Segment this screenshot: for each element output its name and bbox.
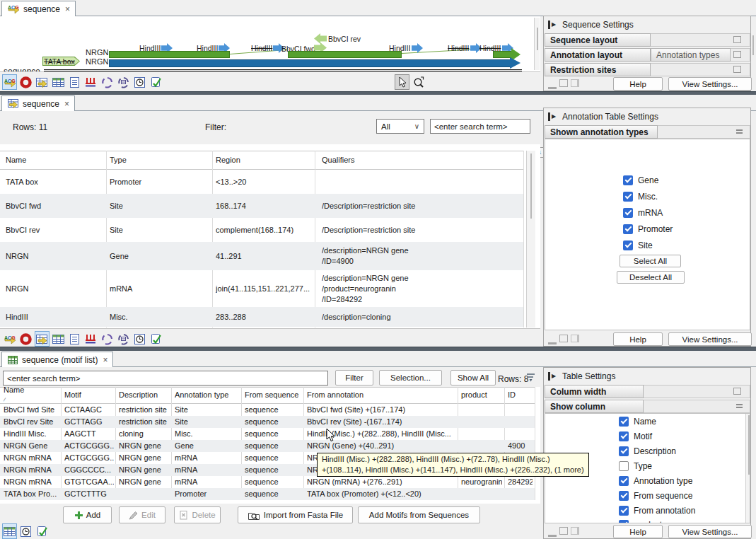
column-header-from-annotation[interactable]: From annotation — [307, 387, 457, 403]
section-annotation-types[interactable]: Annotation types — [651, 48, 731, 62]
select-all-button[interactable]: Select All — [620, 255, 681, 267]
history-view-icon[interactable] — [132, 74, 147, 90]
column-header-product[interactable]: product — [461, 387, 502, 403]
show-all-button[interactable]: Show All — [450, 370, 496, 386]
column-header-annotation-type[interactable]: Annotation type — [175, 387, 240, 403]
mrna-segment[interactable] — [109, 51, 230, 58]
column-header-description[interactable]: Description — [119, 387, 170, 403]
checkbox-misc[interactable]: Misc. — [623, 192, 658, 202]
checkbox-gene[interactable]: Gene — [623, 175, 658, 185]
mrna-segment[interactable] — [288, 51, 402, 58]
annotation-settings-header[interactable]: ▶ Annotation Table Settings — [544, 110, 658, 124]
mrna-segment[interactable] — [493, 51, 512, 58]
text-view-icon[interactable] — [67, 74, 82, 90]
float-section-icon[interactable] — [733, 388, 741, 395]
help-button[interactable]: Help — [613, 77, 663, 91]
view-settings-button[interactable]: View Settings... — [668, 77, 752, 91]
delete-button[interactable]: Delete — [174, 506, 221, 523]
sequence-view-scrollbar[interactable] — [534, 18, 540, 70]
history-view-icon[interactable] — [132, 331, 147, 347]
text-view-icon[interactable] — [67, 331, 82, 347]
close-icon[interactable]: × — [64, 99, 69, 109]
table-row[interactable]: NRGN Gene ACTGCGGG... NRGN gene Gene seq… — [0, 440, 535, 452]
float-panel-icon[interactable] — [559, 79, 568, 87]
table-row[interactable]: TATA box Promoter <13..>20 — [0, 170, 523, 194]
view-settings-button[interactable]: View Settings... — [668, 332, 752, 346]
section-annotation-layout[interactable]: Annotation layout — [545, 48, 651, 62]
table-row[interactable]: NRGN mRNA GTGTCGAA... NRGN gene mRNA seq… — [0, 476, 535, 488]
motif-search-input[interactable] — [3, 371, 328, 386]
checkbox-from-annotation[interactable]: From annotation — [619, 506, 695, 516]
bbvci-rev-arrow[interactable] — [314, 33, 327, 44]
add-motifs-button[interactable]: Add Motifs from Sequences — [358, 506, 480, 523]
close-icon[interactable]: × — [103, 355, 107, 365]
checkbox-name[interactable]: Name — [619, 417, 656, 427]
section-sequence-layout[interactable]: Sequence layout — [545, 33, 651, 47]
annotation-table-icon[interactable] — [35, 74, 50, 90]
cloning-circular-icon[interactable] — [100, 74, 115, 90]
restriction-map-icon[interactable] — [83, 331, 98, 347]
table-view-icon[interactable] — [51, 331, 66, 347]
zoom-tool-button[interactable] — [411, 74, 426, 90]
circular-table-icon[interactable] — [116, 74, 131, 90]
section-column-width[interactable]: Column width — [545, 385, 644, 398]
column-header-qualifiers[interactable]: Qualifiers — [322, 151, 520, 169]
checkbox-promoter[interactable]: Promoter — [623, 224, 673, 234]
checkbox-motif[interactable]: Motif — [619, 431, 652, 441]
sequence-view-canvas[interactable]: HindIII HindIII HindIII BbvCI fwd BbvCI … — [0, 16, 540, 71]
sequence-linear-view-icon[interactable]: ACG — [2, 331, 17, 347]
collapse-section-icon[interactable] — [736, 404, 743, 408]
column-header-region[interactable]: Region — [216, 151, 310, 169]
help-button[interactable]: Help — [613, 332, 663, 346]
selection-button[interactable]: Selection... — [379, 370, 442, 386]
checkbox-annotation-type[interactable]: Annotation type — [619, 476, 692, 486]
cloning-circular-icon[interactable] — [100, 331, 115, 347]
column-header-id[interactable]: ID — [508, 387, 533, 403]
annotation-table-icon[interactable] — [35, 331, 50, 347]
collapse-section-icon[interactable] — [736, 129, 743, 134]
dock-panel-icon[interactable] — [571, 79, 579, 87]
circular-view-icon[interactable] — [18, 74, 33, 90]
column-header-type[interactable]: Type — [110, 151, 207, 169]
filter-column-dropdown[interactable]: All ∨ — [376, 119, 424, 134]
help-button[interactable]: Help — [613, 525, 663, 538]
annotation-search-input[interactable] — [430, 119, 530, 134]
section-shown-annotation-types[interactable]: Shown annotation types — [545, 125, 658, 139]
view-settings-button[interactable]: View Settings... — [668, 525, 752, 538]
table-settings-header[interactable]: ▶ Table Settings — [544, 369, 615, 383]
table-row[interactable]: NRGN mRNA join(41..115,151..221,277.....… — [0, 270, 523, 307]
show-column-scrollbar[interactable] — [745, 414, 750, 523]
edit-button[interactable]: Edit — [119, 506, 165, 523]
column-header-from-sequence[interactable]: From sequence — [245, 387, 302, 403]
table-row[interactable]: TATA box Pro... GCTCTTTG Promoter sequen… — [0, 488, 535, 500]
annotation-table-scrollbar[interactable] — [526, 151, 535, 328]
section-show-column[interactable]: Show column — [545, 400, 644, 413]
gene-bar[interactable] — [109, 59, 511, 67]
dock-panel-icon[interactable] — [571, 527, 579, 535]
tab-sequence-view[interactable]: ACG sequence × — [1, 1, 76, 16]
element-info-icon[interactable] — [149, 74, 163, 90]
circular-table-icon[interactable] — [116, 331, 131, 347]
table-row[interactable]: BbvCI fwd Site CCTAAGC restriction site … — [0, 404, 535, 416]
close-icon[interactable]: × — [65, 4, 70, 14]
dock-panel-icon[interactable] — [571, 335, 579, 342]
float-section-icon[interactable] — [733, 36, 741, 43]
table-view-icon[interactable] — [2, 523, 17, 539]
table-row[interactable]: HindIII Misc. AAGCTT cloning Misc. seque… — [0, 428, 535, 440]
checkbox-mrna[interactable]: mRNA — [623, 208, 663, 218]
table-row[interactable]: BbvCI rev Site complement(168..174) /Des… — [0, 218, 523, 242]
add-button[interactable]: Add — [63, 506, 112, 523]
history-view-icon[interactable] — [18, 523, 33, 539]
settings-scrollbar-thumb[interactable] — [752, 35, 754, 55]
import-fasta-button[interactable]: Import from Fasta File — [238, 506, 353, 523]
tab-motif-list[interactable]: sequence (motif list) × — [1, 352, 113, 367]
checkbox-description[interactable]: Description — [619, 446, 676, 456]
float-panel-icon[interactable] — [559, 527, 568, 535]
table-view-icon[interactable] — [51, 74, 66, 90]
minimize-panel-icon[interactable] — [548, 529, 557, 537]
filter-icon[interactable] — [526, 373, 535, 382]
pointer-tool-button[interactable] — [395, 74, 409, 90]
deselect-all-button[interactable]: Deselect All — [617, 271, 685, 284]
sequence-settings-header[interactable]: ▶ Sequence Settings — [544, 18, 634, 32]
circular-view-icon[interactable] — [18, 331, 33, 347]
